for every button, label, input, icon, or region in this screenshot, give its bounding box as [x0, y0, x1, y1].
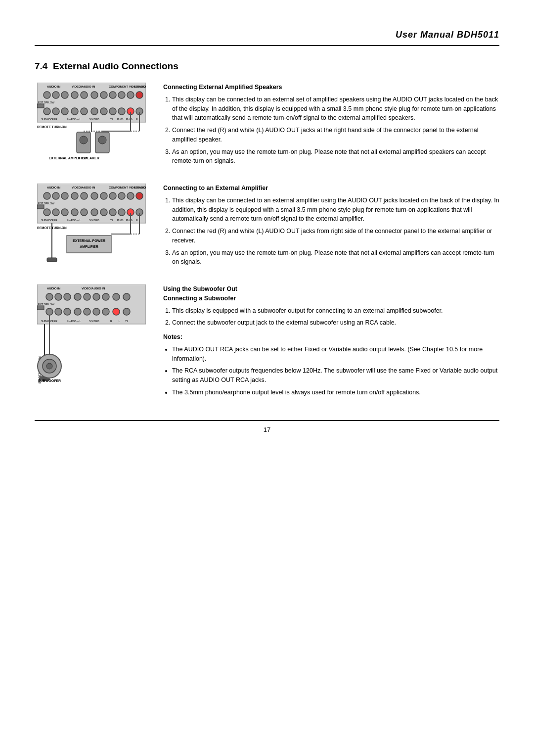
svg-point-61: [127, 192, 134, 199]
notes-title: Notes:: [163, 332, 499, 342]
list-item: The AUDIO OUT RCA jacks can be set to ei…: [172, 345, 499, 364]
svg-point-7: [71, 92, 78, 98]
svg-point-25: [118, 108, 125, 115]
svg-text:Y2: Y2: [125, 320, 128, 323]
subwoofer-diagram: AUDIO IN VIDEO/AUDIO IN: [35, 284, 148, 383]
svg-point-10: [100, 92, 107, 98]
list-item: Connect the red (R) and white (L) AUDIO …: [172, 126, 499, 144]
svg-point-98: [55, 293, 62, 300]
manual-title: User Manual BDH5011: [396, 30, 499, 40]
svg-text:Y2: Y2: [110, 219, 113, 222]
svg-point-73: [118, 209, 125, 216]
notes-section: Notes: The AUDIO OUT RCA jacks can be se…: [163, 332, 499, 397]
external-amplifier-list: This display can be connected to an exte…: [163, 196, 499, 267]
svg-point-69: [81, 209, 88, 216]
external-amplifier-svg: AUDIO IN VIDEO/AUDIO IN COMPONENT VIDEO/…: [37, 184, 146, 263]
svg-point-102: [93, 293, 100, 300]
svg-point-70: [91, 209, 98, 216]
svg-point-58: [100, 192, 107, 199]
svg-point-22: [91, 108, 98, 115]
svg-point-53: [52, 192, 59, 199]
svg-point-114: [123, 308, 130, 315]
subwoofer-block: AUDIO IN VIDEO/AUDIO IN: [35, 284, 499, 400]
svg-point-129: [46, 363, 52, 369]
external-amplifier-title: Connecting to an External Amplifier: [163, 184, 499, 193]
svg-point-6: [61, 92, 68, 98]
svg-point-71: [100, 209, 107, 216]
svg-point-67: [61, 209, 68, 216]
svg-rect-85: [67, 236, 111, 253]
content-area: AUDIO IN VIDEO/AUDIO IN COMPONENT VIDEO/…: [35, 83, 499, 400]
amplified-speakers-title: Connecting External Amplified Speakers: [163, 83, 499, 92]
svg-text:S-VIDEO: S-VIDEO: [89, 320, 99, 323]
svg-text:Y2: Y2: [110, 118, 113, 121]
page-footer: 17: [35, 420, 499, 433]
svg-text:Pb/Cb: Pb/Cb: [126, 219, 133, 222]
svg-point-68: [71, 209, 78, 216]
list-item: This display is equipped with a subwoofe…: [172, 306, 499, 316]
svg-point-17: [44, 108, 50, 115]
subwoofer-text: Using the Subwoofer Out Connecting a Sub…: [163, 284, 499, 400]
svg-point-19: [61, 108, 68, 115]
svg-point-105: [123, 293, 130, 300]
svg-text:S-VIDEO: S-VIDEO: [89, 219, 99, 222]
svg-text:SUBWOOFER: SUBWOOFER: [38, 379, 61, 382]
svg-point-72: [109, 209, 116, 216]
amplified-speakers-block: AUDIO IN VIDEO/AUDIO IN COMPONENT VIDEO/…: [35, 83, 499, 169]
svg-point-113: [113, 308, 120, 315]
svg-point-4: [44, 92, 50, 98]
subwoofer-list: This display is equipped with a subwoofe…: [163, 306, 499, 328]
svg-text:EXTERNAL AMPLIFIED: EXTERNAL AMPLIFIED: [48, 156, 87, 160]
svg-point-24: [109, 108, 116, 115]
svg-point-9: [91, 92, 98, 98]
list-item: The RCA subwoofer outputs frequencies be…: [172, 366, 499, 385]
svg-point-101: [84, 293, 90, 300]
svg-point-18: [52, 108, 59, 115]
svg-point-21: [81, 108, 88, 115]
svg-point-100: [74, 293, 81, 300]
svg-point-55: [71, 192, 78, 199]
svg-text:AMPLIFIER: AMPLIFIER: [80, 245, 98, 248]
svg-point-5: [52, 92, 59, 98]
svg-text:SUBWOOFER: SUBWOOFER: [41, 118, 57, 121]
svg-point-52: [44, 192, 50, 199]
section-heading: 7.4 External Audio Connections: [35, 61, 499, 72]
list-item: Connect the subwoofer output jack to the…: [172, 318, 499, 328]
external-amplifier-text: Connecting to an External Amplifier This…: [163, 184, 499, 270]
svg-point-97: [46, 293, 53, 300]
svg-point-60: [118, 192, 125, 199]
svg-text:SPEAKER: SPEAKER: [83, 156, 99, 160]
svg-text:AUDIO OUT: AUDIO OUT: [134, 186, 146, 189]
subwoofer-title: Using the Subwoofer Out Connecting a Sub…: [163, 284, 499, 303]
svg-point-66: [52, 209, 59, 216]
svg-point-99: [64, 293, 71, 300]
list-item: The 3.5mm phono/earphone output level is…: [172, 388, 499, 397]
svg-point-11: [109, 92, 116, 98]
svg-text:S-VIDEO: S-VIDEO: [89, 118, 99, 121]
external-amplifier-block: AUDIO IN VIDEO/AUDIO IN COMPONENT VIDEO/…: [35, 184, 499, 270]
svg-point-41: [98, 136, 106, 144]
list-item: As an option, you may use the remote tur…: [172, 147, 499, 166]
svg-text:R: R: [110, 320, 112, 323]
subwoofer-svg: AUDIO IN VIDEO/AUDIO IN: [37, 284, 146, 383]
page-number: 17: [264, 426, 270, 433]
svg-text:R—RGB— L: R—RGB— L: [67, 219, 81, 222]
external-amplifier-diagram: AUDIO IN VIDEO/AUDIO IN COMPONENT VIDEO/…: [35, 184, 148, 263]
amplified-speakers-svg: AUDIO IN VIDEO/AUDIO IN COMPONENT VIDEO/…: [37, 83, 146, 162]
svg-point-110: [84, 308, 90, 315]
svg-point-54: [61, 192, 68, 199]
svg-text:VIDEO/AUDIO IN: VIDEO/AUDIO IN: [72, 186, 95, 189]
svg-text:EXTERNAL POWER: EXTERNAL POWER: [73, 239, 105, 242]
svg-point-62: [136, 192, 143, 199]
page-header: User Manual BDH5011: [35, 30, 499, 46]
svg-point-13: [127, 92, 134, 98]
svg-point-57: [91, 192, 98, 199]
svg-rect-122: [37, 306, 44, 310]
svg-text:L: L: [119, 320, 120, 323]
svg-rect-64: [37, 205, 44, 209]
svg-text:R: R: [136, 219, 138, 222]
svg-point-8: [81, 92, 88, 98]
svg-point-39: [80, 136, 88, 144]
svg-text:R: R: [136, 118, 138, 121]
svg-point-112: [102, 308, 109, 315]
